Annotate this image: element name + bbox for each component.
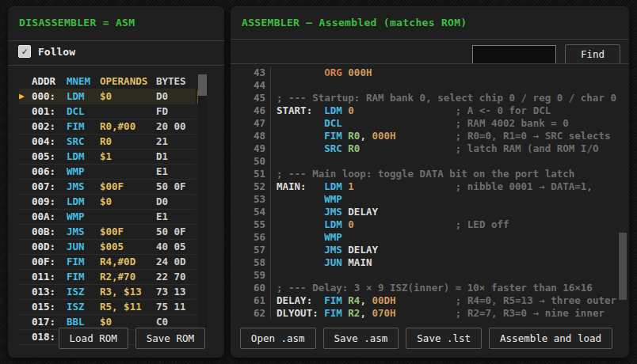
cell-bytes: 40 05 (156, 240, 196, 254)
column-header-addr: ADDR (32, 75, 67, 87)
line-number: 59 (238, 269, 271, 282)
table-row[interactable]: 006:WMPE1 (19, 164, 196, 179)
table-row[interactable]: 004:SRCR021 (19, 134, 196, 149)
code-line-text: JUN MAIN (271, 256, 372, 269)
divider (231, 39, 629, 40)
cell-mnem: JMS (67, 180, 100, 194)
assembler-panel: ASSEMBLER — Assembled (matches ROM) Find… (231, 6, 629, 358)
cell-operands: $005 (100, 240, 156, 254)
code-line-text: ORG 000H (271, 66, 372, 79)
cell-addr: 006: (32, 165, 67, 179)
table-row[interactable]: 00D:JUN$00540 05 (19, 239, 196, 254)
code-line-text: JMS DELAY (271, 244, 378, 256)
cell-bytes: 73 13 (156, 285, 196, 299)
code-line: 60; --- Delay: 3 × 9 ISZ(inner) ≈ 10× fa… (238, 282, 621, 294)
code-line-text: SRC R0 ; latch RAM (and ROM I/O (271, 142, 598, 155)
asm-scrollbar[interactable] (619, 66, 627, 326)
cell-bytes: D0 (156, 195, 196, 209)
table-row[interactable]: 00F:FIMR4,#0D24 0D (19, 254, 196, 269)
cell-mnem: LDM (67, 89, 100, 104)
code-line-text: MAIN: LDM 1 ; nibble 0001 → DATA=1, (271, 180, 593, 193)
row-pointer-slot (19, 255, 32, 269)
line-number: 58 (238, 256, 271, 269)
line-number: 56 (238, 231, 271, 244)
code-line: 51; --- Main loop: toggle DATA bit on th… (238, 168, 621, 180)
divider (8, 40, 224, 41)
code-line-text: WMP (271, 193, 342, 206)
table-row[interactable]: 009:LDM$0D0 (19, 194, 196, 209)
cell-addr: 00A: (32, 210, 67, 224)
disasm-scrollbar[interactable] (198, 74, 207, 332)
disasm-scrollbar-thumb[interactable] (198, 74, 207, 96)
table-row[interactable]: 001:DCLFD (19, 104, 196, 119)
open-asm-button[interactable]: Open .asm (240, 328, 316, 349)
line-number: 55 (238, 218, 271, 231)
find-button[interactable]: Find (565, 44, 620, 64)
row-pointer-slot (19, 300, 32, 314)
table-row[interactable]: 002:FIMR0,#0020 00 (19, 119, 196, 134)
table-row[interactable]: 007:JMS$00F50 0F (19, 179, 196, 194)
cell-mnem: LDM (67, 195, 100, 209)
code-line: 55 LDM 0 ; LED off (238, 218, 621, 231)
cell-mnem: FIM (67, 270, 100, 284)
code-line: 56 WMP (238, 231, 621, 244)
disasm-table-header: ADDR MNEM OPERANDS BYTES (19, 75, 196, 87)
save-asm-button[interactable]: Save .asm (323, 328, 399, 349)
checkbox-checked-icon[interactable]: ✓ (18, 45, 31, 58)
table-row[interactable]: ▶000:LDM$0D0 (19, 89, 196, 104)
cell-addr: 009: (32, 195, 67, 209)
cell-operands (100, 104, 156, 119)
cell-operands: R5, $11 (100, 300, 156, 314)
table-row[interactable]: 013:ISZR3, $1373 13 (19, 284, 196, 299)
cell-operands: $00F (100, 225, 156, 239)
line-number: 47 (238, 117, 271, 130)
code-line-text: JMS DELAY (271, 206, 378, 218)
cell-bytes: 50 0F (156, 225, 196, 239)
assemble-load-button[interactable]: Assemble and load (489, 328, 612, 349)
cell-addr: 015: (32, 300, 67, 314)
table-row[interactable]: 015:ISZR5, $1175 11 (19, 299, 196, 314)
cell-addr: 00D: (32, 240, 67, 254)
column-header-operands: OPERANDS (100, 75, 156, 87)
cell-bytes: 75 11 (156, 300, 196, 314)
cell-operands: R4,#0D (100, 255, 156, 269)
load-rom-button[interactable]: Load ROM (59, 328, 128, 349)
line-number: 62 (238, 307, 271, 320)
cell-operands: R0,#00 (100, 119, 156, 134)
cell-mnem: JMS (67, 225, 100, 239)
cell-bytes: D1 (156, 150, 196, 164)
code-line-text: ; --- Delay: 3 × 9 ISZ(inner) ≈ 10× fast… (271, 282, 593, 294)
code-line: 44 (238, 79, 621, 92)
line-number: 50 (238, 155, 271, 168)
follow-label: Follow (38, 46, 75, 58)
code-lines: 43 ORG 000H4445; --- Startup: RAM bank 0… (238, 66, 621, 320)
code-line-text: START: LDM 0 ; A <- 0 for DCL (271, 104, 551, 117)
code-line: 50 (238, 155, 621, 168)
cell-bytes: 50 0F (156, 180, 196, 194)
code-line: 49 SRC R0 ; latch RAM (and ROM I/O (238, 142, 621, 155)
line-number: 57 (238, 244, 271, 256)
line-number: 45 (238, 92, 271, 104)
column-header-bytes: BYTES (156, 75, 196, 87)
asm-code-editor[interactable]: 43 ORG 000H4445; --- Startup: RAM bank 0… (238, 66, 621, 326)
save-rom-button[interactable]: Save ROM (135, 328, 205, 349)
cell-operands: $0 (100, 89, 156, 104)
line-number: 43 (238, 66, 271, 79)
cell-mnem: ISZ (67, 285, 100, 299)
code-line: 43 ORG 000H (238, 66, 621, 79)
table-row[interactable]: 00B:JMS$00F50 0F (19, 224, 196, 239)
save-lst-button[interactable]: Save .lst (406, 328, 482, 349)
table-row[interactable]: 005:LDM$1D1 (19, 149, 196, 164)
line-number: 61 (238, 294, 271, 307)
line-number: 54 (238, 206, 271, 218)
find-input[interactable] (472, 45, 556, 64)
table-row[interactable]: 00A:WMPE1 (19, 209, 196, 224)
code-line: 48 FIM R0, 000H ; R0=0, R1=0 → SRC selec… (238, 130, 621, 142)
table-row[interactable]: 011:FIMR2,#7022 70 (19, 269, 196, 284)
asm-scrollbar-thumb[interactable] (619, 233, 627, 300)
cell-addr: 013: (32, 285, 67, 299)
follow-toggle[interactable]: ✓ Follow (18, 45, 75, 58)
cell-bytes: D0 (156, 89, 196, 104)
cell-mnem: DCL (67, 104, 100, 119)
code-line: 46START: LDM 0 ; A <- 0 for DCL (238, 104, 621, 117)
